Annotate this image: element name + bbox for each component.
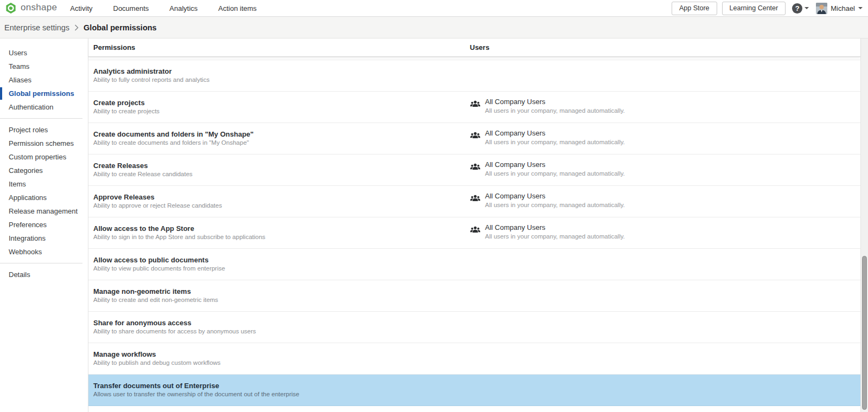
- menu-item-action-items[interactable]: Action items: [218, 4, 257, 12]
- sidebar-divider: [0, 118, 82, 119]
- onshape-logo-icon: [5, 2, 17, 14]
- users-cell: All Company Users All users in your comp…: [470, 129, 625, 146]
- learning-center-button[interactable]: Learning Center: [722, 2, 786, 15]
- users-group-detail: All users in your company, managed autom…: [485, 170, 625, 177]
- chevron-right-icon: [74, 24, 79, 31]
- permission-title: Manage workflows: [93, 350, 156, 358]
- breadcrumb-current-page: Global permissions: [84, 23, 157, 32]
- users-group-name: All Company Users: [485, 98, 625, 106]
- permission-title: Analytics administrator: [93, 67, 172, 75]
- menu-item-activity[interactable]: Activity: [70, 4, 92, 12]
- sidebar-item-preferences[interactable]: Preferences: [0, 218, 88, 231]
- permission-description: Ability to fully control reports and ana…: [93, 76, 209, 83]
- sidebar-item-users[interactable]: Users: [0, 46, 88, 60]
- table-row[interactable]: Create Releases Ability to create Releas…: [88, 154, 860, 186]
- chevron-down-icon: [858, 7, 863, 9]
- users-group-icon: [470, 224, 481, 235]
- column-header-permissions: Permissions: [93, 43, 135, 52]
- table-row-selected[interactable]: Transfer documents out of Enterprise All…: [88, 375, 860, 406]
- users-text: All Company Users All users in your comp…: [485, 129, 625, 146]
- sidebar-item-integrations[interactable]: Integrations: [0, 231, 88, 245]
- table-rows: Analytics administrator Ability to fully…: [88, 57, 860, 406]
- users-group-icon: [470, 162, 481, 172]
- permission-title: Create projects: [93, 99, 145, 107]
- sidebar-item-project-roles[interactable]: Project roles: [0, 123, 88, 137]
- users-text: All Company Users All users in your comp…: [485, 98, 625, 114]
- users-group-detail: All users in your company, managed autom…: [485, 138, 625, 146]
- users-text: All Company Users All users in your comp…: [485, 223, 625, 240]
- sidebar-divider: [0, 263, 82, 263]
- permission-description: Ability to create projects: [93, 108, 159, 114]
- help-menu[interactable]: ?: [792, 3, 809, 14]
- users-text: All Company Users All users in your comp…: [485, 192, 625, 209]
- users-group-name: All Company Users: [485, 129, 625, 138]
- users-text: All Company Users All users in your comp…: [485, 160, 625, 177]
- table-row[interactable]: Manage workflows Ability to publish and …: [88, 343, 860, 375]
- users-cell: All Company Users All users in your comp…: [470, 223, 625, 240]
- main-menu: Activity Documents Analytics Action item…: [70, 4, 257, 12]
- permissions-table: Permissions Users Analytics administrato…: [88, 38, 860, 412]
- help-icon: ?: [792, 3, 802, 14]
- table-header: Permissions Users: [88, 38, 860, 57]
- table-row[interactable]: Allow access to the App Store Ability to…: [88, 217, 860, 249]
- users-group-detail: All users in your company, managed autom…: [485, 201, 625, 209]
- breadcrumb: Enterprise settings Global permissions: [0, 17, 868, 38]
- sidebar-item-details[interactable]: Details: [0, 268, 88, 281]
- permission-description: Ability to create documents and folders …: [93, 139, 249, 146]
- permission-description: Ability to approve or reject Release can…: [93, 202, 222, 209]
- users-cell: All Company Users All users in your comp…: [470, 98, 625, 114]
- sidebar-item-permission-schemes[interactable]: Permission schemes: [0, 137, 88, 150]
- sidebar-item-release-management[interactable]: Release management: [0, 204, 88, 218]
- users-group-icon: [470, 193, 481, 204]
- table-row[interactable]: Manage non-geometric items Ability to cr…: [88, 280, 860, 312]
- sidebar-item-teams[interactable]: Teams: [0, 60, 88, 73]
- user-name: Michael: [831, 4, 855, 12]
- breadcrumb-enterprise-settings[interactable]: Enterprise settings: [4, 23, 69, 32]
- permission-description: Ability to create Release candidates: [93, 171, 193, 177]
- permission-description: Ability to publish and debug custom work…: [93, 359, 221, 366]
- sidebar-item-global-permissions[interactable]: Global permissions: [0, 87, 88, 100]
- users-group-detail: All users in your company, managed autom…: [485, 233, 625, 240]
- sidebar-item-webhooks[interactable]: Webhooks: [0, 245, 88, 259]
- permission-description: Ability to share documents for access by…: [93, 328, 256, 334]
- avatar: [816, 3, 827, 14]
- top-navbar: onshape Activity Documents Analytics Act…: [0, 0, 868, 17]
- onshape-logo-text: onshape: [21, 2, 57, 13]
- permission-description: Allows user to transfer the ownership of…: [93, 391, 299, 397]
- permission-description: Ability to create and edit non-geometric…: [93, 297, 218, 303]
- settings-sidebar: Users Teams Aliases Global permissions A…: [0, 38, 88, 412]
- users-group-name: All Company Users: [485, 160, 625, 169]
- users-group-name: All Company Users: [485, 223, 625, 232]
- permission-title: Allow access to public documents: [93, 256, 208, 264]
- vertical-scrollbar-thumb[interactable]: [862, 256, 867, 410]
- users-group-icon: [470, 99, 481, 110]
- permission-title: Manage non-geometric items: [93, 287, 191, 295]
- permission-title: Share for anonymous access: [93, 319, 192, 327]
- menu-item-analytics[interactable]: Analytics: [169, 4, 197, 12]
- main-area: Users Teams Aliases Global permissions A…: [0, 38, 868, 412]
- app-store-button[interactable]: App Store: [672, 2, 717, 15]
- users-group-name: All Company Users: [485, 192, 625, 201]
- sidebar-item-authentication[interactable]: Authentication: [0, 100, 88, 114]
- table-row[interactable]: Create projects Ability to create projec…: [88, 92, 860, 123]
- table-row[interactable]: Approve Releases Ability to approve or r…: [88, 186, 860, 217]
- permission-title: Approve Releases: [93, 193, 155, 201]
- sidebar-item-applications[interactable]: Applications: [0, 191, 88, 204]
- table-row[interactable]: Analytics administrator Ability to fully…: [88, 60, 860, 92]
- table-row[interactable]: Create documents and folders in "My Onsh…: [88, 123, 860, 154]
- menu-item-documents[interactable]: Documents: [113, 4, 149, 12]
- user-menu[interactable]: Michael: [814, 3, 863, 14]
- sidebar-item-aliases[interactable]: Aliases: [0, 73, 88, 87]
- permission-title: Create Releases: [93, 162, 148, 170]
- navbar-right: App Store Learning Center ? Michael: [672, 2, 868, 15]
- sidebar-item-categories[interactable]: Categories: [0, 164, 88, 177]
- sidebar-item-items[interactable]: Items: [0, 177, 88, 191]
- sidebar-item-custom-properties[interactable]: Custom properties: [0, 150, 88, 164]
- users-cell: All Company Users All users in your comp…: [470, 160, 625, 177]
- users-cell: All Company Users All users in your comp…: [470, 192, 625, 209]
- table-row[interactable]: Share for anonymous access Ability to sh…: [88, 312, 860, 343]
- permission-title: Allow access to the App Store: [93, 224, 194, 233]
- table-row[interactable]: Allow access to public documents Ability…: [88, 249, 860, 280]
- onshape-logo[interactable]: onshape: [0, 2, 65, 14]
- vertical-scrollbar-track[interactable]: [860, 38, 868, 412]
